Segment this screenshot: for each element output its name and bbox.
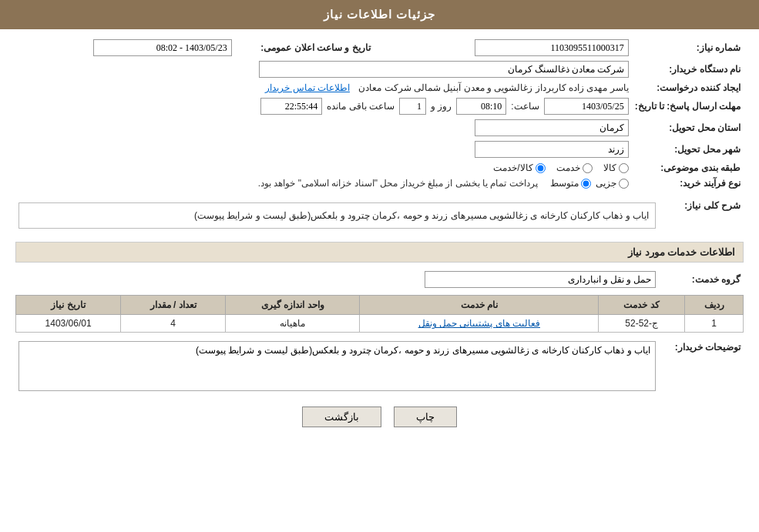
col-date: تاریخ نیاز: [16, 296, 121, 315]
buyer-desc-label: توضیحات خریدار:: [659, 339, 744, 396]
buyer-org-label: نام دستگاه خریدار:: [632, 59, 744, 80]
page-wrapper: جزئیات اطلاعات نیاز شماره نیاز: تاریخ و …: [0, 0, 759, 532]
description-label: شرح کلی نیاز:: [659, 196, 744, 236]
service-group-input[interactable]: [425, 271, 656, 288]
buyer-desc-textarea[interactable]: [18, 341, 656, 391]
col-unit: واحد اندازه گیری: [226, 296, 360, 315]
deadline-label: مهلت ارسال پاسخ: تا تاریخ:: [632, 95, 744, 117]
city-input[interactable]: [475, 141, 629, 158]
col-qty: تعداد / مقدار: [121, 296, 226, 315]
cell-code: ج-52-52: [599, 315, 685, 333]
category-khedmat[interactable]: خدمت: [556, 162, 593, 173]
description-section: شرح کلی نیاز: ایاب و ذهاب کارکنان کارخان…: [15, 196, 744, 236]
deadline-remain-label: ساعت باقی مانده: [327, 101, 395, 112]
category-kala-radio[interactable]: [619, 163, 629, 173]
row-request-number: شماره نیاز: تاریخ و ساعت اعلان عمومی:: [15, 37, 744, 59]
cell-unit: ماهیانه: [226, 315, 360, 333]
announce-input[interactable]: [93, 39, 232, 56]
col-code: کد خدمت: [599, 296, 685, 315]
cell-name[interactable]: فعالیت های پشتیبانی حمل ونقل: [360, 315, 599, 333]
table-row: 1 ج-52-52 فعالیت های پشتیبانی حمل ونقل م…: [16, 315, 744, 333]
print-button[interactable]: چاپ: [394, 407, 457, 427]
category-kala-khedmat[interactable]: کالا/خدمت: [493, 162, 545, 173]
row-requester: ایجاد کننده درخواست: یاسر مهدی زاده کارب…: [15, 80, 744, 95]
col-row: ردیف: [685, 296, 744, 315]
bottom-buttons: چاپ بازگشت: [15, 407, 744, 427]
purchase-type-label: نوع فرآیند خرید:: [632, 176, 744, 191]
deadline-time-input[interactable]: [456, 98, 506, 115]
purchase-type-note: پرداخت تمام یا بخشی از مبلغ خریداز محل "…: [258, 178, 538, 189]
row-deadline: مهلت ارسال پاسخ: تا تاریخ: ساعت: روز و س…: [15, 95, 744, 117]
row-purchase-type: نوع فرآیند خرید: جزیی متوسط پرداخت تمام …: [15, 176, 744, 191]
purchase-motavasset[interactable]: متوسط: [550, 178, 591, 189]
col-name: نام خدمت: [360, 296, 599, 315]
services-table: ردیف کد خدمت نام خدمت واحد اندازه گیری ت…: [15, 295, 744, 333]
category-radio-group: کالا خدمت کالا/خدمت: [18, 162, 629, 173]
table-header-row: ردیف کد خدمت نام خدمت واحد اندازه گیری ت…: [16, 296, 744, 315]
cell-qty: 4: [121, 315, 226, 333]
buyer-org-input[interactable]: [259, 61, 629, 78]
info-section: شماره نیاز: تاریخ و ساعت اعلان عمومی: نا…: [15, 37, 744, 191]
services-section-title: اطلاعات خدمات مورد نیاز: [15, 242, 744, 263]
description-text: ایاب و ذهاب کارکنان کارخانه ی زغالشویی م…: [194, 210, 649, 221]
deadline-days-input[interactable]: [399, 98, 426, 115]
requester-value: یاسر مهدی زاده کاربرداز زغالشویی و معدن …: [358, 82, 628, 93]
purchase-jozi[interactable]: جزیی: [596, 178, 629, 189]
category-kala[interactable]: کالا: [603, 162, 629, 173]
main-content: شماره نیاز: تاریخ و ساعت اعلان عمومی: نا…: [0, 29, 759, 443]
service-group-label: گروه خدمت:: [659, 269, 744, 290]
province-label: استان محل تحویل:: [632, 117, 744, 139]
description-box: ایاب و ذهاب کارکنان کارخانه ی زغالشویی م…: [18, 202, 656, 229]
page-header: جزئیات اطلاعات نیاز: [0, 0, 759, 29]
deadline-time-label: ساعت:: [511, 101, 539, 112]
province-input[interactable]: [475, 119, 629, 136]
purchase-motavasset-radio[interactable]: [581, 179, 591, 189]
row-province: استان محل تحویل:: [15, 117, 744, 139]
category-khedmat-radio[interactable]: [583, 163, 593, 173]
row-category: طبقه بندی موضوعی: کالا خدمت: [15, 160, 744, 176]
requester-label: ایجاد کننده درخواست:: [632, 80, 744, 95]
row-buyer-org: نام دستگاه خریدار:: [15, 59, 744, 80]
purchase-jozi-radio[interactable]: [619, 179, 629, 189]
deadline-date-input[interactable]: [544, 98, 629, 115]
row-city: شهر محل تحویل:: [15, 139, 744, 160]
deadline-days-label: روز و: [431, 101, 452, 112]
category-label: طبقه بندی موضوعی:: [632, 160, 744, 176]
category-kala-khedmat-radio[interactable]: [536, 163, 546, 173]
deadline-remain-input[interactable]: [260, 98, 322, 115]
request-number-input[interactable]: [475, 39, 629, 56]
cell-row: 1: [685, 315, 744, 333]
contact-link[interactable]: اطلاعات تماس خریدار: [265, 82, 350, 93]
request-number-label: شماره نیاز:: [632, 37, 744, 59]
back-button[interactable]: بازگشت: [302, 407, 381, 427]
announce-label: تاریخ و ساعت اعلان عمومی:: [235, 37, 374, 59]
city-label: شهر محل تحویل:: [632, 139, 744, 160]
cell-date: 1403/06/01: [16, 315, 121, 333]
page-title: جزئیات اطلاعات نیاز: [324, 8, 435, 21]
